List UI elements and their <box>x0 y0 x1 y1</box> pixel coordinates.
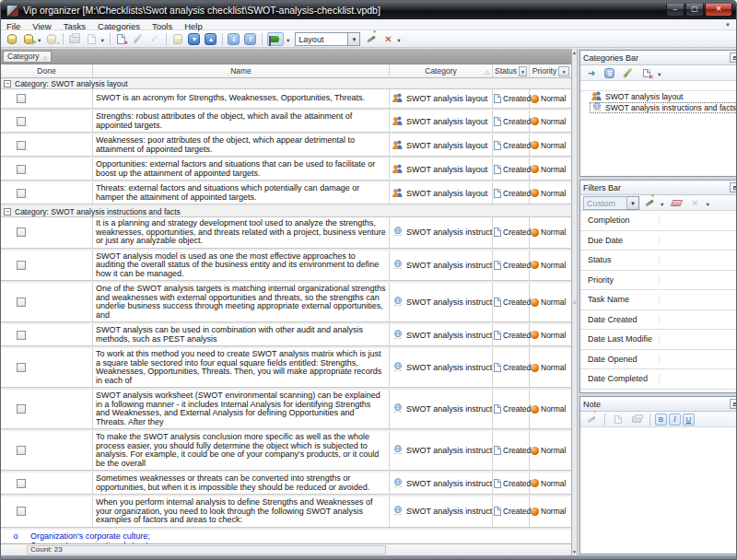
complete-task-icon[interactable]: ✓ <box>147 32 162 46</box>
table-row[interactable]: Weaknesses: poor attributes of the objec… <box>1 134 571 157</box>
apply-layout-icon[interactable] <box>364 32 379 46</box>
task-checkbox[interactable] <box>17 228 26 237</box>
open-dropdown-caret[interactable]: ▼ <box>37 38 41 43</box>
table-row[interactable]: It is a planning and strategy developmen… <box>1 217 571 249</box>
filter-row-task-name[interactable]: Task Name <box>580 290 737 310</box>
table-row[interactable]: Sometimes weaknesses or threats can be c… <box>1 472 571 495</box>
group-header-row[interactable]: −Category: SWOT analysis layout <box>1 78 571 89</box>
filter-row-status[interactable]: Status▼ <box>580 251 737 271</box>
edit-note-icon[interactable] <box>584 413 599 426</box>
task-checkbox[interactable] <box>17 165 26 174</box>
task-checkbox[interactable] <box>17 94 26 103</box>
new-database-icon[interactable] <box>5 32 19 46</box>
collapse-group-icon[interactable]: − <box>4 80 11 88</box>
print-preview-icon[interactable] <box>84 32 99 46</box>
layout-combobox-value[interactable]: Layout <box>295 32 348 46</box>
print-icon[interactable] <box>67 32 82 46</box>
column-header-status[interactable]: Status ▼ <box>493 64 530 77</box>
close-button[interactable]: ✕ <box>705 4 732 17</box>
scroll-up-icon[interactable]: ▲ <box>572 49 577 56</box>
move-up-icon[interactable]: ▲ <box>204 32 218 46</box>
filter-row-due-date[interactable]: Due Date▼ <box>580 231 737 251</box>
panel-restore-icon[interactable] <box>730 52 737 63</box>
panel-restore-icon[interactable] <box>730 399 737 409</box>
bold-button[interactable]: B <box>655 414 667 426</box>
minimize-button[interactable]: – <box>666 4 684 17</box>
group-header-row[interactable]: −Category: SWOT analysis instructions an… <box>1 206 571 217</box>
add-subcategory-icon[interactable]: ≣ <box>602 66 617 80</box>
menu-overflow-caret[interactable]: ▼ <box>725 22 731 28</box>
splitter-grip[interactable]: ≡ <box>572 301 576 304</box>
menu-file[interactable]: File <box>6 21 20 31</box>
expand-all-icon[interactable]: ⇓ <box>227 32 241 46</box>
task-checkbox[interactable] <box>17 363 26 372</box>
panel-restore-icon[interactable] <box>730 182 737 192</box>
maximize-button[interactable]: ▢ <box>685 4 704 17</box>
filter-row-date-created[interactable]: Date Created▼ <box>580 310 737 331</box>
column-header-priority[interactable]: Priority ▼ <box>530 64 572 77</box>
collapse-group-icon[interactable]: − <box>4 208 11 216</box>
filter-row-date-last-modifie[interactable]: Date Last Modifie▼ <box>580 330 737 350</box>
task-checkbox[interactable] <box>17 404 26 414</box>
add-task-icon[interactable]: ✶ <box>114 32 129 46</box>
priority-filter-button[interactable]: ▼ <box>558 66 569 76</box>
status-filter-button[interactable]: ▼ <box>519 66 527 76</box>
table-row[interactable]: SWOT analysis worksheet (SWOT environmen… <box>1 390 571 429</box>
table-row[interactable]: SWOT analysis model is used as one the m… <box>1 251 571 282</box>
task-checkbox[interactable] <box>17 331 26 340</box>
toolbar-overflow-caret[interactable]: ▼ <box>396 38 401 43</box>
task-checkbox[interactable] <box>17 298 26 307</box>
filters-toolbar-caret[interactable]: ▼ <box>705 202 709 207</box>
note-editor[interactable] <box>580 427 737 554</box>
move-down-icon[interactable]: ▼ <box>187 32 202 46</box>
filter-row-date-completed[interactable]: Date Completed▼ <box>580 369 737 390</box>
table-row[interactable]: One of the SWOT analysis targets is matc… <box>1 283 571 322</box>
menu-categories[interactable]: Categories <box>98 21 140 31</box>
copy-note-icon[interactable] <box>611 413 626 426</box>
print-note-icon[interactable] <box>629 413 644 426</box>
layout-combobox[interactable]: Layout ▼ <box>295 32 360 46</box>
view-flag-icon[interactable] <box>266 32 285 46</box>
task-checkbox[interactable] <box>17 141 26 150</box>
add-category-icon[interactable]: ➜ <box>584 66 599 80</box>
delete-layout-icon[interactable]: ✕ <box>380 32 395 46</box>
menu-help[interactable]: Help <box>184 21 203 31</box>
edit-task-icon[interactable] <box>131 32 146 46</box>
table-row[interactable]: Threats: external factors and situations… <box>1 182 571 204</box>
filter-dropdown-caret[interactable]: ▼ <box>660 202 664 207</box>
column-header-done[interactable]: Done <box>1 64 93 77</box>
filter-preset-combobox[interactable]: Custom ▼ <box>583 196 639 210</box>
filter-row-date-opened[interactable]: Date Opened▼ <box>580 350 737 370</box>
filter-row-priority[interactable]: Priority▼ <box>580 271 737 291</box>
table-row[interactable]: To work at this method you need to creat… <box>1 348 571 388</box>
column-header-category[interactable]: Category △ <box>390 64 493 77</box>
table-row[interactable]: SWOT is an acronym for Strengths, Weakne… <box>1 89 571 109</box>
italic-button[interactable]: I <box>669 414 681 426</box>
category-tree-item[interactable]: SWOT analysis instructions and facts1818 <box>580 102 737 113</box>
task-checkbox[interactable] <box>17 117 26 126</box>
table-row[interactable]: Strengths: robust attributes of the obje… <box>1 111 571 133</box>
table-row[interactable]: To make the SWOT analysis conclusion mor… <box>1 431 571 471</box>
task-checkbox[interactable] <box>17 479 26 488</box>
menu-view[interactable]: View <box>32 21 51 31</box>
group-by-category-button[interactable]: Category △ <box>3 51 52 63</box>
filter-row-completion[interactable]: Completion▼ <box>580 211 737 231</box>
clear-filter-icon[interactable] <box>669 196 684 210</box>
categories-toolbar-caret[interactable]: ▼ <box>657 72 661 77</box>
table-row[interactable]: Opportunities: external factors and situ… <box>1 158 571 181</box>
underline-button[interactable]: U <box>683 414 695 426</box>
edit-category-icon[interactable] <box>621 66 636 80</box>
scroll-down-icon[interactable]: ▼ <box>572 548 577 555</box>
collapse-all-icon[interactable]: ⇑ <box>243 32 258 46</box>
table-row[interactable]: SWOT analysis can be used in combination… <box>1 324 571 346</box>
filter-preset-caret[interactable]: ▼ <box>627 196 639 210</box>
column-header-name[interactable]: Name <box>93 64 390 77</box>
menu-tasks[interactable]: Tasks <box>64 21 86 31</box>
task-checkbox[interactable] <box>17 446 26 455</box>
open-database-icon[interactable]: ↗ <box>21 32 36 46</box>
task-checkbox[interactable] <box>17 261 26 270</box>
menu-tools[interactable]: Tools <box>152 21 172 31</box>
delete-category-icon[interactable]: ✕ <box>639 66 654 80</box>
delete-filter-icon[interactable]: ✕ <box>687 196 702 210</box>
category-tree-item[interactable]: SWOT analysis layout55 <box>580 91 737 102</box>
